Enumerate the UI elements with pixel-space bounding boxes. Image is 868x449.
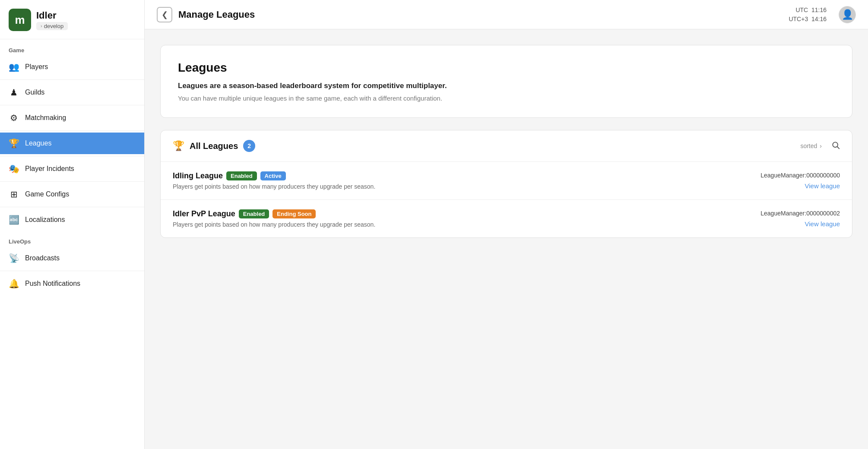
sidebar-item-label: Leagues xyxy=(25,139,51,147)
env-badge[interactable]: › develop xyxy=(36,22,68,30)
avatar-icon: 👤 xyxy=(842,9,853,20)
sidebar-item-label: Push Notifications xyxy=(25,280,80,288)
user-avatar[interactable]: 👤 xyxy=(839,6,856,23)
info-card-desc1: Leagues are a season-based leaderboard s… xyxy=(178,82,835,90)
league-name: Idler PvP League xyxy=(173,209,235,218)
sidebar-item-guilds[interactable]: ♟ Guilds xyxy=(0,82,144,103)
sidebar-item-label: Matchmaking xyxy=(25,114,66,122)
sidebar-item-label: Players xyxy=(25,63,48,71)
logo-box: m xyxy=(9,9,31,31)
leagues-header-icon: 🏆 xyxy=(173,140,184,152)
sidebar-item-matchmaking[interactable]: ⚙ Matchmaking xyxy=(0,107,144,129)
leagues-header: 🏆 All Leagues 2 sorted › xyxy=(161,130,852,162)
view-league-link[interactable]: View league xyxy=(805,182,840,190)
sidebar-item-player-incidents[interactable]: 🎭 Player Incidents xyxy=(0,158,144,180)
env-label: develop xyxy=(44,23,64,29)
badge-enabled: Enabled xyxy=(239,209,269,218)
game-section-label: Game xyxy=(0,39,144,56)
league-desc: Players get points based on how many pro… xyxy=(173,221,745,228)
chevron-right-icon: › xyxy=(41,23,42,28)
sidebar-logo: m Idler › develop xyxy=(0,0,144,39)
sidebar-item-leagues[interactable]: 🏆 Leagues xyxy=(0,133,144,154)
info-card-title: Leagues xyxy=(178,61,835,75)
league-row-right: LeagueManager:0000000000 View league xyxy=(745,172,840,190)
divider xyxy=(0,105,144,105)
page-title: Manage Leagues xyxy=(178,9,782,20)
sorted-label: sorted xyxy=(800,142,817,149)
sidebar-item-game-configs[interactable]: ⊞ Game Configs xyxy=(0,183,144,205)
leagues-icon: 🏆 xyxy=(9,138,19,149)
sidebar-item-label: Broadcasts xyxy=(25,254,60,262)
sidebar-item-players[interactable]: 👥 Players xyxy=(0,56,144,78)
svg-line-1 xyxy=(837,146,839,149)
sidebar-item-broadcasts[interactable]: 📡 Broadcasts xyxy=(0,247,144,269)
sorted-chevron-icon: › xyxy=(820,142,822,149)
info-card-desc2: You can have multiple unique leagues in … xyxy=(178,95,835,102)
sidebar-item-label: Guilds xyxy=(25,89,44,96)
content: Leagues Leagues are a season-based leade… xyxy=(145,29,868,449)
liveops-section-label: LiveOps xyxy=(0,231,144,247)
leagues-card: 🏆 All Leagues 2 sorted › xyxy=(160,130,852,238)
league-name-row: Idling League Enabled Active xyxy=(173,171,745,180)
app-title: Idler xyxy=(36,10,68,21)
divider xyxy=(0,79,144,80)
divider xyxy=(0,130,144,131)
sidebar-item-label: Localizations xyxy=(25,216,65,224)
utc-label: UTC xyxy=(795,6,808,13)
sidebar: m Idler › develop Game 👥 Players ♟ Guild… xyxy=(0,0,145,449)
league-row-right: LeagueManager:0000000002 View league xyxy=(745,210,840,228)
logo-letter: m xyxy=(15,13,25,27)
league-row-left: Idler PvP League Enabled Ending Soon Pla… xyxy=(173,209,745,228)
divider xyxy=(0,181,144,182)
league-row: Idling League Enabled Active Players get… xyxy=(161,162,852,200)
matchmaking-icon: ⚙ xyxy=(9,113,19,123)
utcplus-time: 14:16 xyxy=(811,16,827,22)
localizations-icon: 🔤 xyxy=(9,215,19,225)
back-button[interactable]: ❮ xyxy=(157,7,172,22)
info-card: Leagues Leagues are a season-based leade… xyxy=(160,45,852,118)
push-notifications-icon: 🔔 xyxy=(9,278,19,289)
search-button[interactable] xyxy=(831,141,840,152)
view-league-link[interactable]: View league xyxy=(805,220,840,228)
league-name: Idling League xyxy=(173,171,223,180)
leagues-header-title: All Leagues xyxy=(190,141,238,151)
game-configs-icon: ⊞ xyxy=(9,189,19,199)
divider xyxy=(0,271,144,271)
sidebar-item-localizations[interactable]: 🔤 Localizations xyxy=(0,209,144,231)
sorted-button[interactable]: sorted › xyxy=(800,142,822,149)
league-manager: LeagueManager:0000000000 xyxy=(745,172,840,179)
league-row-left: Idling League Enabled Active Players get… xyxy=(173,171,745,190)
broadcasts-icon: 📡 xyxy=(9,253,19,263)
league-name-row: Idler PvP League Enabled Ending Soon xyxy=(173,209,745,218)
sidebar-item-label: Game Configs xyxy=(25,190,69,198)
guilds-icon: ♟ xyxy=(9,87,19,98)
utc-time: 11:16 xyxy=(811,6,827,13)
badge-ending-soon: Ending Soon xyxy=(272,209,316,218)
time-display: UTC 11:16 UTC+3 14:16 xyxy=(789,6,827,24)
badge-active: Active xyxy=(260,171,286,180)
header: ❮ Manage Leagues UTC 11:16 UTC+3 14:16 👤 xyxy=(145,0,868,29)
bracket-icon: ❮ xyxy=(162,10,168,19)
utcplus-label: UTC+3 xyxy=(789,16,808,22)
divider xyxy=(0,207,144,207)
league-desc: Players get points based on how many pro… xyxy=(173,183,745,190)
sidebar-item-label: Player Incidents xyxy=(25,165,74,173)
main: ❮ Manage Leagues UTC 11:16 UTC+3 14:16 👤… xyxy=(145,0,868,449)
divider xyxy=(0,156,144,156)
badge-enabled: Enabled xyxy=(226,171,257,180)
players-icon: 👥 xyxy=(9,62,19,72)
league-manager: LeagueManager:0000000002 xyxy=(745,210,840,217)
league-row: Idler PvP League Enabled Ending Soon Pla… xyxy=(161,200,852,237)
sidebar-item-push-notifications[interactable]: 🔔 Push Notifications xyxy=(0,273,144,294)
leagues-count-badge: 2 xyxy=(243,140,255,152)
player-incidents-icon: 🎭 xyxy=(9,164,19,174)
